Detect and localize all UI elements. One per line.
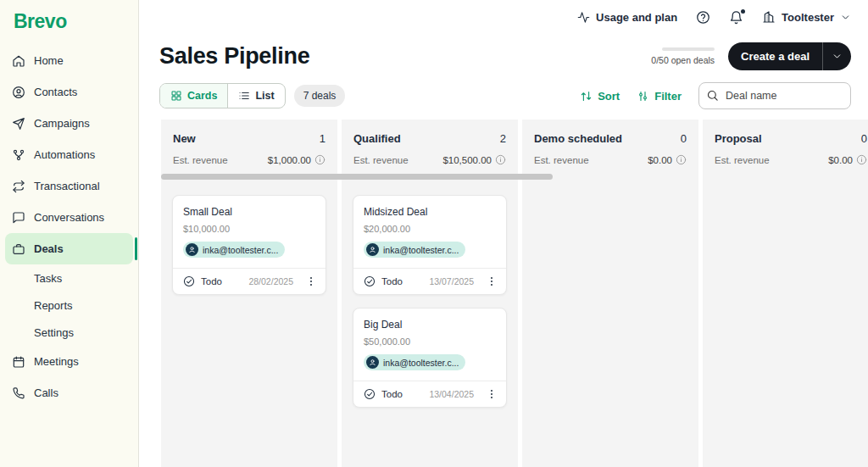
sidebar-item-calls[interactable]: Calls bbox=[5, 377, 133, 409]
card-menu-button[interactable] bbox=[486, 388, 498, 400]
deal-card-small-deal[interactable]: Small Deal $10,000.00 inka@tooltester.c.… bbox=[172, 195, 326, 295]
sidebar-item-settings[interactable]: Settings bbox=[5, 319, 133, 346]
search-icon bbox=[706, 89, 719, 102]
create-deal-label[interactable]: Create a deal bbox=[728, 42, 822, 70]
sidebar-item-campaigns[interactable]: Campaigns bbox=[5, 108, 133, 139]
contact-chip[interactable]: inka@tooltester.c... bbox=[364, 354, 465, 370]
est-revenue-value: $10,500.00 bbox=[442, 155, 492, 165]
card-menu-button[interactable] bbox=[486, 275, 498, 287]
info-icon[interactable] bbox=[676, 154, 687, 165]
deal-card-footer: Todo 13/07/2025 bbox=[353, 268, 506, 294]
transactional-icon bbox=[12, 180, 25, 193]
kanban-board: New 1 Est. revenue $1,000.00 Sma bbox=[139, 120, 868, 467]
task-due-date: 13/07/2025 bbox=[429, 276, 474, 286]
task-due-date: 28/02/2025 bbox=[248, 276, 293, 286]
contact-avatar-icon bbox=[366, 243, 379, 256]
app-window: Brevo Home Contacts Campaigns Automation… bbox=[0, 0, 868, 467]
column-cards: Small Deal $10,000.00 inka@tooltester.c.… bbox=[161, 165, 337, 295]
meetings-icon bbox=[12, 355, 25, 369]
deal-search-input[interactable] bbox=[698, 82, 851, 109]
usage-and-plan-label: Usage and plan bbox=[596, 11, 677, 24]
sidebar-item-label: Calls bbox=[34, 386, 58, 399]
help-button[interactable] bbox=[696, 10, 710, 25]
info-icon[interactable] bbox=[495, 154, 506, 165]
filter-button[interactable]: Filter bbox=[637, 90, 682, 103]
deals-icon bbox=[12, 242, 25, 256]
automations-icon bbox=[12, 148, 25, 162]
notification-dot bbox=[741, 9, 745, 14]
help-icon bbox=[696, 10, 710, 25]
chevron-down-icon bbox=[840, 12, 851, 23]
sidebar-item-automations[interactable]: Automations bbox=[5, 139, 133, 170]
deals-quota: 0/50 open deals bbox=[651, 47, 715, 65]
sidebar-item-label: Automations bbox=[34, 148, 95, 161]
quota-progress-bar bbox=[662, 47, 715, 51]
sidebar-item-home[interactable]: Home bbox=[5, 45, 133, 76]
sidebar-item-tasks[interactable]: Tasks bbox=[5, 264, 133, 292]
sidebar-item-meetings[interactable]: Meetings bbox=[5, 346, 133, 377]
deal-amount: $10,000.00 bbox=[183, 224, 315, 234]
sidebar-item-reports[interactable]: Reports bbox=[5, 292, 133, 319]
activity-icon bbox=[577, 11, 590, 24]
board-toolbar: Cards List 7 deals Sort Filter bbox=[139, 79, 868, 120]
contact-email: inka@tooltester.c... bbox=[383, 358, 459, 368]
task-status-label[interactable]: Todo bbox=[201, 276, 222, 286]
info-icon[interactable] bbox=[856, 154, 867, 165]
sidebar-item-transactional[interactable]: Transactional bbox=[5, 170, 133, 202]
topbar: Usage and plan Tooltester bbox=[139, 0, 868, 34]
view-toggle-cards[interactable]: Cards bbox=[160, 84, 228, 108]
sidebar-item-label: Meetings bbox=[34, 355, 79, 368]
kanban-column-demo-scheduled: Demo scheduled 0 Est. revenue $0.00 bbox=[522, 120, 698, 467]
sidebar-item-label: Transactional bbox=[34, 180, 100, 192]
contact-chip[interactable]: inka@tooltester.c... bbox=[183, 242, 285, 258]
sidebar-item-conversations[interactable]: Conversations bbox=[5, 202, 133, 233]
contact-chip[interactable]: inka@tooltester.c... bbox=[364, 242, 465, 258]
quota-text: 0/50 open deals bbox=[651, 55, 715, 65]
info-icon[interactable] bbox=[314, 154, 326, 165]
chevron-down-icon bbox=[832, 51, 843, 62]
home-icon bbox=[12, 54, 25, 68]
organization-icon bbox=[762, 10, 776, 24]
task-check-icon[interactable] bbox=[183, 275, 195, 287]
list-view-icon bbox=[238, 90, 250, 102]
horizontal-scrollbar[interactable] bbox=[161, 174, 553, 180]
card-menu-button[interactable] bbox=[305, 275, 317, 287]
deal-card-midsized-deal[interactable]: Midsized Deal $20,000.00 inka@tooltester… bbox=[353, 195, 507, 295]
sidebar-item-label: Deals bbox=[34, 242, 64, 255]
deal-title: Big Deal bbox=[364, 319, 496, 331]
deal-amount: $20,000.00 bbox=[364, 224, 496, 234]
column-header: Demo scheduled 0 Est. revenue $0.00 bbox=[522, 120, 698, 165]
campaigns-icon bbox=[12, 117, 25, 131]
task-check-icon[interactable] bbox=[364, 275, 376, 287]
create-deal-button[interactable]: Create a deal bbox=[728, 42, 851, 70]
task-status-label[interactable]: Todo bbox=[381, 276, 403, 286]
column-name: Qualified bbox=[353, 132, 401, 145]
sidebar-item-deals[interactable]: Deals bbox=[5, 233, 133, 264]
contact-email: inka@tooltester.c... bbox=[383, 245, 459, 255]
task-due-date: 13/04/2025 bbox=[429, 389, 474, 399]
est-revenue-label: Est. revenue bbox=[715, 155, 770, 165]
sidebar-item-contacts[interactable]: Contacts bbox=[5, 76, 133, 108]
column-count: 0 bbox=[681, 132, 687, 145]
create-deal-dropdown-button[interactable] bbox=[823, 42, 851, 70]
column-cards bbox=[703, 165, 868, 195]
sidebar-item-label: Settings bbox=[34, 326, 74, 339]
task-status-label[interactable]: Todo bbox=[381, 389, 403, 399]
view-toggle-list[interactable]: List bbox=[228, 84, 284, 108]
usage-and-plan-link[interactable]: Usage and plan bbox=[577, 11, 677, 24]
task-check-icon[interactable] bbox=[364, 388, 376, 400]
kanban-column-new: New 1 Est. revenue $1,000.00 Sma bbox=[161, 120, 337, 467]
sidebar-item-label: Home bbox=[34, 54, 64, 67]
contact-avatar-icon bbox=[366, 356, 379, 369]
calls-icon bbox=[12, 386, 25, 400]
account-menu[interactable]: Tooltester bbox=[762, 10, 851, 24]
filter-icon bbox=[637, 90, 649, 103]
kebab-icon bbox=[486, 388, 498, 400]
column-count: 2 bbox=[500, 132, 506, 145]
sort-button[interactable]: Sort bbox=[580, 90, 620, 103]
column-header: New 1 Est. revenue $1,000.00 bbox=[161, 120, 337, 165]
kebab-icon bbox=[305, 275, 317, 287]
deal-card-big-deal[interactable]: Big Deal $50,000.00 inka@tooltester.c... bbox=[353, 308, 507, 408]
notifications-button[interactable] bbox=[729, 10, 743, 25]
deal-title: Midsized Deal bbox=[364, 206, 496, 218]
